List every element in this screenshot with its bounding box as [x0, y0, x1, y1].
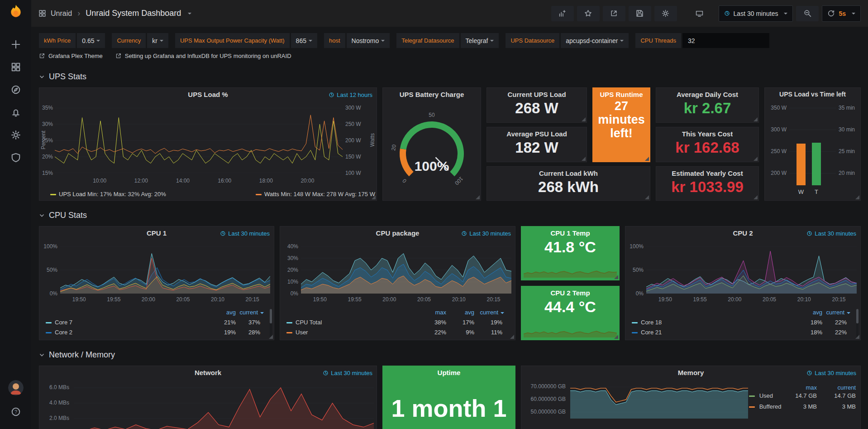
panel-title[interactable]: UPS Load %	[39, 88, 377, 98]
panel-resize-handle[interactable]	[510, 335, 514, 339]
panel-title[interactable]: Average Daily Cost	[677, 88, 738, 98]
dashboard-grid-icon[interactable]	[38, 10, 46, 17]
refresh-interval-label: 5s	[839, 10, 846, 17]
panel-title[interactable]: CPU 2 Temp	[550, 286, 590, 297]
zoom-out-button[interactable]	[796, 6, 819, 21]
panel-ups-load-graph: UPS Load % Last 12 hours Percent Watts 3…	[39, 87, 377, 201]
share-dashboard-button[interactable]	[603, 6, 625, 21]
panel-resize-handle[interactable]	[754, 157, 758, 161]
y-tick: 100 W	[345, 170, 361, 176]
section-ups-stats[interactable]: UPS Stats	[39, 67, 868, 87]
variable-value-dropdown[interactable]: Nostromo	[347, 33, 390, 48]
time-picker[interactable]: Last 30 minutes	[719, 5, 793, 22]
panel-resize-handle[interactable]	[754, 117, 758, 121]
variable-label: Currency	[112, 33, 146, 48]
explore-button[interactable]	[5, 80, 26, 100]
panel-average-psu-load: Average PSU Load 182 W	[486, 127, 587, 162]
legend-header-current[interactable]: current	[825, 309, 850, 316]
panel-title[interactable]: Current UPS Load	[507, 88, 566, 98]
time-range-badge[interactable]: Last 30 minutes	[220, 230, 270, 237]
legend-scrollbar[interactable]	[856, 309, 858, 337]
server-admin-button[interactable]	[5, 148, 26, 168]
panel-resize-handle[interactable]	[614, 275, 618, 279]
cpu-threads-input[interactable]	[682, 33, 769, 48]
variable-value-dropdown[interactable]: 0.65	[77, 33, 105, 48]
panel-resize-handle[interactable]	[855, 335, 859, 339]
y-tick: 15%	[39, 170, 53, 176]
star-dashboard-button[interactable]	[577, 6, 600, 21]
panel-title[interactable]: UPS Battery Charge	[383, 88, 481, 98]
legend-header-avg[interactable]: avg	[800, 309, 822, 316]
time-range-badge[interactable]: Last 12 hours	[329, 92, 372, 98]
grafana-logo-icon[interactable]	[7, 4, 24, 21]
time-range-badge[interactable]: Last 30 minutes	[806, 370, 856, 376]
svg-text:50: 50	[429, 112, 435, 118]
panel-title[interactable]: UPS Runtime	[600, 88, 643, 98]
variable-value-dropdown[interactable]: apcupsd-container	[561, 33, 629, 48]
variable-value-dropdown[interactable]: Telegraf	[461, 33, 499, 48]
help-button[interactable]: ?	[5, 402, 26, 422]
legend-header-avg[interactable]: avg	[213, 309, 236, 316]
cycle-view-mode-button[interactable]	[688, 6, 711, 21]
panel-resize-handle[interactable]	[614, 335, 618, 339]
network-memory-row: Network Last 30 minutes 6.0 MBs 4.0 MBs …	[39, 366, 868, 429]
legend-header-max[interactable]: max	[785, 384, 817, 391]
link-grafana-plex-theme[interactable]: Grafana Plex Theme	[39, 53, 103, 59]
stat-value: kr 1033.99	[671, 179, 744, 195]
panel-resize-handle[interactable]	[645, 157, 649, 161]
section-network-memory[interactable]: Network / Memory	[39, 345, 868, 365]
panel-title[interactable]: CPU 1 Temp	[550, 227, 590, 237]
panel-title[interactable]: Current Load kWh	[539, 167, 598, 177]
save-dashboard-button[interactable]	[629, 6, 651, 21]
panel-resize-handle[interactable]	[269, 335, 273, 339]
cpu-2-chart[interactable]	[646, 246, 857, 294]
dashboard-title-caret-icon[interactable]	[188, 13, 191, 14]
configuration-button[interactable]	[5, 125, 26, 145]
panel-resize-handle[interactable]	[372, 195, 376, 199]
legend-scrollbar[interactable]	[270, 309, 272, 337]
panel-title[interactable]: This Years Cost	[682, 127, 733, 138]
legend-header-max[interactable]: max	[424, 309, 446, 316]
ups-load-chart[interactable]	[55, 108, 343, 173]
section-cpu-stats[interactable]: CPU Stats	[39, 205, 868, 225]
series-marker	[286, 332, 292, 333]
memory-chart[interactable]	[570, 382, 748, 419]
clock-icon	[724, 10, 730, 16]
panel-title[interactable]: Estimated Yearly Cost	[672, 167, 743, 177]
cpu-1-chart[interactable]	[60, 246, 270, 294]
panel-resize-handle[interactable]	[754, 195, 758, 199]
dashboard-settings-button[interactable]	[654, 6, 677, 21]
variable-value-dropdown[interactable]: kr	[147, 33, 168, 48]
series-marker	[632, 332, 638, 333]
panel-resize-handle[interactable]	[582, 157, 586, 161]
panel-resize-handle[interactable]	[582, 117, 586, 121]
cpu-package-chart[interactable]	[301, 246, 511, 294]
panel-resize-handle[interactable]	[855, 195, 859, 199]
alerting-button[interactable]	[5, 102, 26, 122]
panel-title[interactable]: Average PSU Load	[506, 127, 567, 138]
panel-resize-handle[interactable]	[645, 195, 649, 199]
link-ups-monitoring-guide[interactable]: Setting up Grafana and InfluxDB for UPS …	[115, 53, 291, 59]
variable-value-dropdown[interactable]: 865	[291, 33, 317, 48]
time-range-badge[interactable]: Last 30 minutes	[461, 230, 511, 237]
battery-gauge: 02050100	[383, 100, 481, 195]
refresh-picker[interactable]: 5s	[822, 5, 861, 22]
network-chart[interactable]	[74, 382, 374, 429]
breadcrumb-title[interactable]: Unraid System Dashboard	[86, 9, 181, 18]
legend-header-current[interactable]: current	[824, 384, 856, 391]
x-axis: 19:5019:55 20:0020:05 20:1020:15	[646, 296, 857, 304]
panel-title[interactable]: UPS Load vs Time left	[765, 88, 860, 98]
create-button[interactable]	[5, 34, 26, 54]
user-avatar[interactable]	[8, 380, 24, 395]
add-panel-button[interactable]	[551, 6, 574, 21]
legend-header-avg[interactable]: avg	[452, 309, 474, 316]
panel-title[interactable]: Uptime	[383, 366, 515, 376]
legend-header-current[interactable]: current	[478, 309, 504, 316]
legend-header-current[interactable]: current	[238, 309, 264, 316]
gear-icon	[662, 10, 669, 17]
breadcrumb-folder[interactable]: Unraid	[51, 10, 72, 18]
time-range-badge[interactable]: Last 30 minutes	[323, 370, 372, 376]
time-range-badge[interactable]: Last 30 minutes	[806, 230, 856, 237]
panel-resize-handle[interactable]	[476, 195, 480, 199]
dashboards-button[interactable]	[5, 57, 26, 77]
